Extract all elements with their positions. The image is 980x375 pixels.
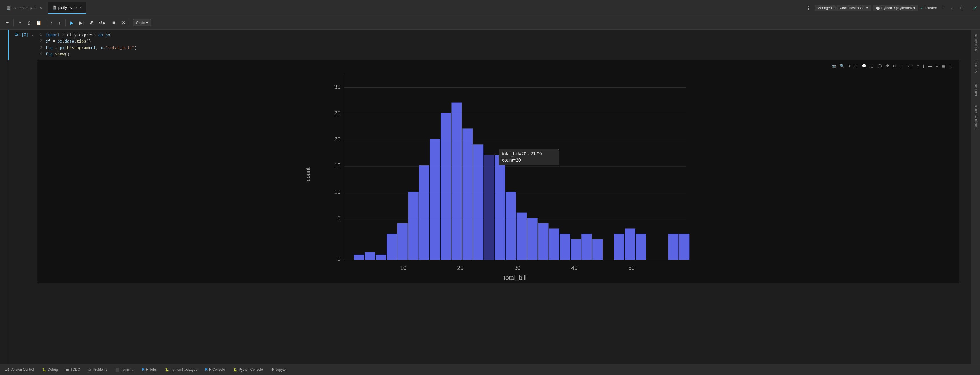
bar-27[interactable] (636, 234, 646, 260)
lasso-btn[interactable]: ◯ (876, 63, 883, 69)
bar-19[interactable] (549, 228, 560, 260)
bar-18[interactable] (538, 223, 549, 260)
status-todo[interactable]: ☰ TODO (64, 366, 82, 373)
bar-3[interactable] (375, 255, 386, 260)
trusted-chevron-down[interactable]: ⌄ (949, 4, 956, 12)
paste-btn[interactable]: 📋 (34, 19, 44, 27)
pan-btn[interactable]: ✥ (885, 63, 891, 69)
line-1-text: import plotly.express as px (45, 32, 110, 38)
bar-active[interactable] (484, 155, 494, 260)
settings-btn[interactable]: ⚙ (958, 4, 966, 12)
bar-12[interactable] (473, 145, 484, 260)
bar-1[interactable] (354, 255, 364, 260)
restart-btn[interactable]: ↺ (87, 19, 95, 27)
comment-btn[interactable]: 💬 (860, 63, 868, 69)
status-jupyter[interactable]: ⚙ Jupyter (269, 366, 288, 373)
trusted-chevron-up[interactable]: ⌃ (939, 4, 947, 12)
problems-icon: ⚠ (88, 367, 91, 372)
interrupt-btn[interactable]: ⏹ (110, 19, 118, 27)
crosshair-btn[interactable]: ⊕ (853, 63, 859, 69)
bar-11[interactable] (462, 128, 473, 260)
bar-23[interactable] (592, 239, 603, 260)
bar-15[interactable] (506, 192, 516, 259)
bar-26[interactable] (625, 228, 635, 260)
bar-7[interactable] (419, 165, 430, 260)
plus-zoom-btn[interactable]: + (847, 63, 852, 69)
python-packages-label: Python Packages (170, 367, 197, 372)
status-python-console[interactable]: 🐍 Python Console (231, 366, 265, 373)
kernel-dropdown-icon: ▾ (866, 6, 868, 10)
cell-collapse-btn[interactable]: ▾ (32, 32, 37, 37)
move-down-btn[interactable]: ↓ (56, 19, 63, 27)
status-debug[interactable]: 🐛 Debug (40, 366, 59, 373)
bar-4[interactable] (387, 234, 397, 260)
zoom-btn[interactable]: 🔍 (838, 63, 846, 69)
cut-btn[interactable]: ✂ (16, 19, 24, 27)
sidebar-jupyter-variables[interactable]: Jupyter Variables (973, 103, 978, 132)
more-btn[interactable]: ⋮ (948, 63, 955, 69)
bar-22[interactable] (581, 234, 592, 260)
y-tick-5: 5 (337, 215, 340, 221)
bar-21[interactable] (571, 239, 581, 260)
line-type2-btn[interactable]: ≡ (934, 63, 939, 69)
bar-8[interactable] (430, 139, 440, 260)
x-tick-50: 50 (628, 265, 635, 271)
trusted-badge[interactable]: ✓ Trusted (920, 6, 937, 10)
copy-btn[interactable]: ⎘ (25, 19, 33, 27)
tab-plotly-close[interactable]: ✕ (80, 6, 82, 10)
camera-btn[interactable]: 📷 (830, 63, 837, 69)
autoscale-btn[interactable]: ⟷ (906, 63, 914, 69)
zoom-out-btn[interactable]: ⊟ (899, 63, 905, 69)
python-kernel-info[interactable]: ⬤ Python 3 (ipykernel) ▾ (873, 5, 918, 11)
sidebar-database[interactable]: Database (973, 80, 978, 99)
bar-2[interactable] (365, 252, 375, 260)
spike-btn[interactable]: | (922, 63, 925, 69)
bar-20[interactable] (560, 234, 570, 260)
add-cell-btn[interactable]: + (3, 18, 11, 27)
tab-plotly[interactable]: 📓 plotly.ipynb ✕ (48, 2, 86, 14)
kernel-info[interactable]: Managed: http://localhost:8888 ▾ (815, 5, 871, 11)
bar-6[interactable] (408, 192, 418, 259)
cell-type-label: Code (136, 21, 145, 25)
cell-type-dropdown[interactable]: Code ▾ (133, 19, 151, 26)
y-tick-10: 10 (334, 188, 340, 195)
status-python-packages[interactable]: 🐍 Python Packages (163, 366, 199, 373)
reset-btn[interactable]: ⌂ (915, 63, 921, 69)
status-version-control[interactable]: ⎇ Version Control (3, 366, 36, 373)
line-type-btn[interactable]: ▬ (926, 63, 933, 69)
bar-chart-btn[interactable]: ▦ (940, 63, 947, 69)
sidebar-structure[interactable]: Structure (973, 58, 978, 76)
run-all-above-btn[interactable]: ▶| (77, 19, 86, 27)
chart-svg: 0 5 10 15 20 25 30 10 20 30 40 50 count … (37, 60, 959, 283)
bar-9[interactable] (441, 113, 451, 260)
bar-5[interactable] (398, 223, 408, 260)
move-up-btn[interactable]: ↑ (49, 19, 56, 27)
status-problems[interactable]: ⚠ Problems (87, 366, 109, 373)
bar-10[interactable] (452, 102, 462, 260)
restart-run-btn[interactable]: ↺▶ (97, 19, 108, 27)
status-r-console[interactable]: R R Console (203, 366, 227, 373)
bar-29[interactable] (668, 234, 678, 260)
more-options-btn[interactable]: ⋮ (805, 4, 813, 12)
tooltip-line1: total_bill=20 - 21.99 (502, 151, 542, 157)
cell-code[interactable]: 1 import plotly.express as px 2 df = px.… (37, 32, 971, 58)
y-tick-0: 0 (337, 256, 340, 262)
status-terminal[interactable]: ⬛ Terminal (114, 366, 136, 373)
bar-16[interactable] (517, 212, 527, 260)
bar-17[interactable] (527, 218, 538, 260)
clear-btn[interactable]: ✕ (119, 19, 128, 27)
bar-28[interactable] (679, 234, 689, 260)
bar-14[interactable] (495, 155, 505, 260)
box-select-btn[interactable]: ⬚ (869, 63, 875, 69)
run-cell-btn[interactable]: ▶ (68, 19, 76, 27)
terminal-label: Terminal (121, 367, 134, 372)
zoom-in-btn[interactable]: ⊞ (892, 63, 898, 69)
tab-example[interactable]: 📓 example.ipynb ✕ (2, 2, 46, 14)
status-r-jobs[interactable]: R R Jobs (140, 366, 158, 373)
bar-25[interactable] (614, 234, 624, 260)
sidebar-notifications[interactable]: Notifications (973, 32, 978, 54)
circle-icon: ⬤ (876, 6, 880, 10)
tab-example-close[interactable]: ✕ (40, 6, 42, 10)
tab-plotly-label: plotly.ipynb (58, 5, 76, 10)
r-jobs-label: R Jobs (146, 367, 157, 372)
